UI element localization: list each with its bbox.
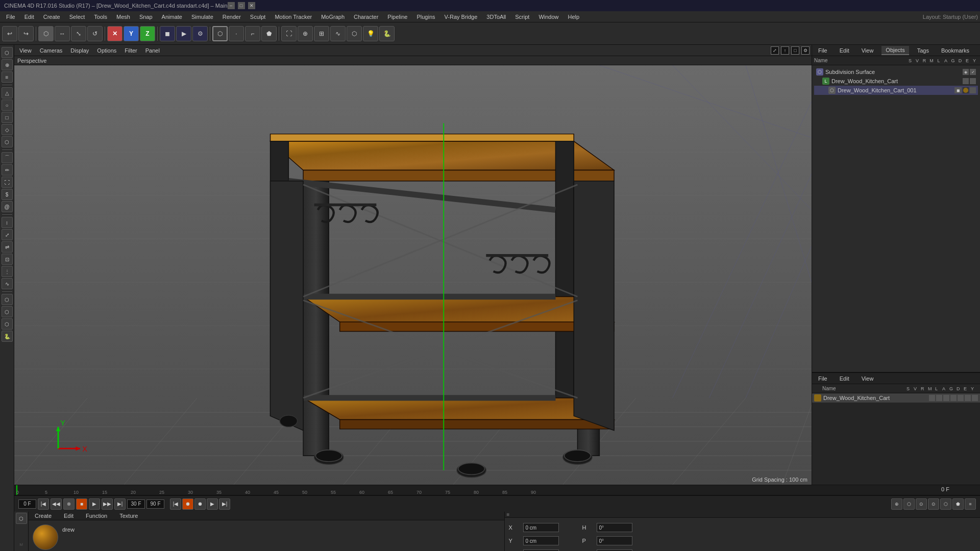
left-tool-8[interactable]: ⬡ [2, 136, 13, 147]
menu-edit[interactable]: Edit [20, 13, 38, 21]
render-view-btn[interactable]: ◼ [160, 26, 175, 41]
subdiv-btn[interactable]: ⬡ [347, 26, 362, 41]
maximize-button[interactable]: □ [238, 2, 245, 9]
left-tool-7[interactable]: ◇ [2, 124, 13, 135]
mat-ctrl-1[interactable] [929, 395, 935, 401]
scale-button[interactable]: ⤡ [71, 26, 86, 41]
mini-btn-4[interactable]: ⊙ [928, 498, 939, 510]
left-tool-20[interactable]: ⬡ [2, 294, 13, 305]
menu-render[interactable]: Render [218, 13, 245, 21]
left-tool-6[interactable]: □ [2, 112, 13, 123]
minimize-button[interactable]: – [228, 2, 235, 9]
sym-btn[interactable]: ⊞ [314, 26, 329, 41]
left-tool-14[interactable]: ↕ [2, 217, 13, 228]
obj-mat-cart-001[interactable] [963, 87, 969, 93]
menu-mograph[interactable]: MoGraph [317, 13, 349, 21]
menu-simulate[interactable]: Simulate [187, 13, 217, 21]
left-tool-21[interactable]: ⬡ [2, 306, 13, 317]
rotate-button[interactable]: ↺ [87, 26, 103, 41]
object-mode-btn[interactable]: ⬡ [212, 26, 228, 41]
move-button[interactable]: ↔ [55, 26, 70, 41]
left-tool-2[interactable]: ⊕ [2, 59, 13, 70]
menu-mesh[interactable]: Mesh [112, 13, 134, 21]
mini-btn-6[interactable]: ⬟ [952, 498, 964, 510]
vh-view[interactable]: View [16, 47, 35, 54]
object-item-cart-001[interactable]: ⬡ Drew_Wood_Kitchen_Cart_001 ◼ [814, 86, 978, 95]
viewport-up-icon[interactable]: ↑ [781, 46, 789, 55]
menu-snap[interactable]: Snap [135, 13, 157, 21]
mat-panel-tab-file[interactable]: File [814, 374, 831, 383]
menu-animate[interactable]: Animate [158, 13, 186, 21]
go-start-btn[interactable]: |◀ [38, 498, 49, 510]
prev-frame-btn[interactable]: ◀◀ [51, 498, 62, 510]
mat-ctrl-6[interactable] [965, 395, 971, 401]
poly-mode-btn[interactable]: ⬟ [261, 26, 277, 41]
viewport-max-icon[interactable]: □ [791, 46, 799, 55]
snap-btn[interactable]: ⛶ [281, 26, 297, 41]
pb-ctrl-3[interactable]: ⏺ [194, 498, 206, 510]
mat-ctrl-5[interactable] [958, 395, 964, 401]
mat-ctrl-7[interactable] [972, 395, 978, 401]
menu-sculpt[interactable]: Sculpt [246, 13, 270, 21]
panel-tab-bookmarks[interactable]: Bookmarks [937, 46, 973, 55]
end-frame-input[interactable] [146, 499, 164, 509]
start-frame-input[interactable] [18, 499, 36, 509]
mini-btn-1[interactable]: ⊕ [891, 498, 902, 510]
vh-display[interactable]: Display [67, 47, 92, 54]
me-tab-function[interactable]: Function [82, 512, 111, 520]
record-btn[interactable]: ⏺ [63, 498, 75, 510]
select-button[interactable]: ⬡ [38, 26, 54, 41]
mat-item-row[interactable]: Drew_Wood_Kitchen_Cart [812, 393, 980, 403]
panel-tab-objects[interactable]: Objects [881, 46, 909, 55]
prop-input-y[interactable] [523, 536, 559, 545]
obj-vis-cart[interactable] [963, 78, 969, 84]
object-item-cart[interactable]: L Drew_Wood_Kitchen_Cart [814, 77, 978, 86]
pb-ctrl-1[interactable]: |◀ [170, 498, 181, 510]
mini-btn-7[interactable]: ≡ [965, 498, 976, 510]
fps-input[interactable] [127, 499, 145, 509]
render-settings-btn[interactable]: ⚙ [192, 26, 208, 41]
menu-select[interactable]: Select [65, 13, 89, 21]
vh-options[interactable]: Options [94, 47, 119, 54]
left-tool-10[interactable]: ✏ [2, 164, 13, 176]
me-tab-texture[interactable]: Texture [115, 512, 142, 520]
redo-button[interactable]: ↪ [18, 26, 34, 41]
object-item-subdivision[interactable]: ⬡ Subdivision Surface ◈ ✓ [814, 67, 978, 77]
left-tool-23[interactable]: 🐍 [2, 331, 13, 342]
mode-btn-z[interactable]: Z [140, 26, 155, 41]
pb-ctrl-4[interactable]: ▶ [207, 498, 218, 510]
viewport-3d[interactable]: X Y Grid Spacing : 100 cm [14, 65, 812, 485]
left-tool-5[interactable]: ○ [2, 99, 13, 111]
left-tool-4[interactable]: △ [2, 87, 13, 98]
obj-ctrl-cart[interactable] [970, 78, 976, 84]
point-mode-btn[interactable]: · [229, 26, 244, 41]
menu-character[interactable]: Character [350, 13, 382, 21]
go-end-btn[interactable]: ▶| [114, 498, 126, 510]
left-tool-11[interactable]: ⛶ [2, 177, 13, 188]
edge-mode-btn[interactable]: ⌐ [245, 26, 260, 41]
panel-tab-tags[interactable]: Tags [913, 46, 933, 55]
menu-motion-tracker[interactable]: Motion Tracker [271, 13, 316, 21]
mat-ctrl-2[interactable] [936, 395, 942, 401]
mode-btn-y[interactable]: Y [124, 26, 139, 41]
bottom-tool-1[interactable]: ⬡ [16, 513, 27, 524]
viewport-settings-icon[interactable]: ⚙ [801, 46, 810, 55]
mini-btn-5[interactable]: ⬡ [940, 498, 951, 510]
menu-create[interactable]: Create [39, 13, 64, 21]
panel-tab-edit[interactable]: Edit [836, 46, 853, 55]
light-btn[interactable]: 💡 [363, 26, 378, 41]
left-tool-3[interactable]: ≡ [2, 71, 13, 83]
me-tab-create[interactable]: Create [31, 512, 56, 520]
undo-button[interactable]: ↩ [2, 26, 17, 41]
left-tool-22[interactable]: ⬡ [2, 318, 13, 330]
menu-plugins[interactable]: Plugins [412, 13, 439, 21]
magnet-btn[interactable]: ⊕ [298, 26, 313, 41]
menu-window[interactable]: Window [534, 13, 562, 21]
vh-cameras[interactable]: Cameras [37, 47, 66, 54]
menu-pipeline[interactable]: Pipeline [383, 13, 411, 21]
left-tool-16[interactable]: ⇌ [2, 241, 13, 253]
stop-btn[interactable]: ■ [76, 498, 87, 510]
left-tool-9[interactable]: ⌒ [2, 152, 13, 163]
mini-btn-2[interactable]: ⬡ [903, 498, 915, 510]
left-tool-19[interactable]: ∿ [2, 278, 13, 289]
